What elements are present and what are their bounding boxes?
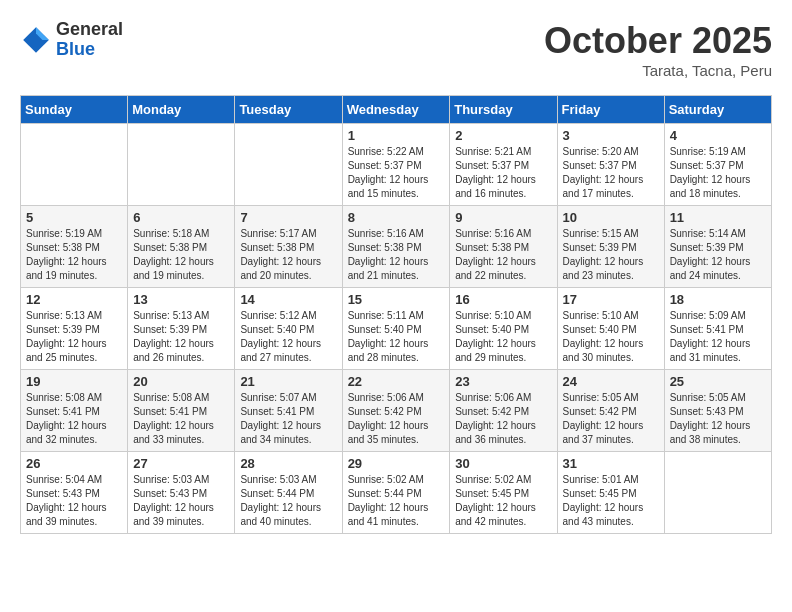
calendar-cell: 27Sunrise: 5:03 AM Sunset: 5:43 PM Dayli… — [128, 452, 235, 534]
day-info: Sunrise: 5:19 AM Sunset: 5:38 PM Dayligh… — [26, 227, 122, 283]
calendar-cell: 24Sunrise: 5:05 AM Sunset: 5:42 PM Dayli… — [557, 370, 664, 452]
calendar-cell: 22Sunrise: 5:06 AM Sunset: 5:42 PM Dayli… — [342, 370, 450, 452]
calendar-cell — [235, 124, 342, 206]
logo-blue-text: Blue — [56, 40, 123, 60]
calendar-cell — [21, 124, 128, 206]
calendar-cell: 18Sunrise: 5:09 AM Sunset: 5:41 PM Dayli… — [664, 288, 771, 370]
calendar-day-header: Monday — [128, 96, 235, 124]
day-number: 19 — [26, 374, 122, 389]
day-number: 18 — [670, 292, 766, 307]
calendar-cell: 28Sunrise: 5:03 AM Sunset: 5:44 PM Dayli… — [235, 452, 342, 534]
calendar-cell: 8Sunrise: 5:16 AM Sunset: 5:38 PM Daylig… — [342, 206, 450, 288]
day-number: 27 — [133, 456, 229, 471]
calendar-cell: 7Sunrise: 5:17 AM Sunset: 5:38 PM Daylig… — [235, 206, 342, 288]
calendar-table: SundayMondayTuesdayWednesdayThursdayFrid… — [20, 95, 772, 534]
calendar-cell: 10Sunrise: 5:15 AM Sunset: 5:39 PM Dayli… — [557, 206, 664, 288]
calendar-cell: 30Sunrise: 5:02 AM Sunset: 5:45 PM Dayli… — [450, 452, 557, 534]
calendar-cell: 29Sunrise: 5:02 AM Sunset: 5:44 PM Dayli… — [342, 452, 450, 534]
day-number: 29 — [348, 456, 445, 471]
calendar-cell: 13Sunrise: 5:13 AM Sunset: 5:39 PM Dayli… — [128, 288, 235, 370]
day-number: 26 — [26, 456, 122, 471]
day-number: 16 — [455, 292, 551, 307]
day-number: 12 — [26, 292, 122, 307]
day-number: 4 — [670, 128, 766, 143]
logo-general-text: General — [56, 20, 123, 40]
day-number: 9 — [455, 210, 551, 225]
calendar-header-row: SundayMondayTuesdayWednesdayThursdayFrid… — [21, 96, 772, 124]
calendar-cell: 9Sunrise: 5:16 AM Sunset: 5:38 PM Daylig… — [450, 206, 557, 288]
logo: General Blue — [20, 20, 123, 60]
day-info: Sunrise: 5:07 AM Sunset: 5:41 PM Dayligh… — [240, 391, 336, 447]
day-info: Sunrise: 5:02 AM Sunset: 5:44 PM Dayligh… — [348, 473, 445, 529]
month-title: October 2025 — [544, 20, 772, 62]
day-info: Sunrise: 5:15 AM Sunset: 5:39 PM Dayligh… — [563, 227, 659, 283]
calendar-cell: 2Sunrise: 5:21 AM Sunset: 5:37 PM Daylig… — [450, 124, 557, 206]
day-info: Sunrise: 5:06 AM Sunset: 5:42 PM Dayligh… — [455, 391, 551, 447]
calendar-cell: 15Sunrise: 5:11 AM Sunset: 5:40 PM Dayli… — [342, 288, 450, 370]
day-info: Sunrise: 5:14 AM Sunset: 5:39 PM Dayligh… — [670, 227, 766, 283]
day-number: 10 — [563, 210, 659, 225]
day-number: 30 — [455, 456, 551, 471]
calendar-cell: 31Sunrise: 5:01 AM Sunset: 5:45 PM Dayli… — [557, 452, 664, 534]
calendar-day-header: Wednesday — [342, 96, 450, 124]
page-header: General Blue October 2025 Tarata, Tacna,… — [20, 20, 772, 79]
calendar-cell: 12Sunrise: 5:13 AM Sunset: 5:39 PM Dayli… — [21, 288, 128, 370]
calendar-cell: 11Sunrise: 5:14 AM Sunset: 5:39 PM Dayli… — [664, 206, 771, 288]
day-info: Sunrise: 5:04 AM Sunset: 5:43 PM Dayligh… — [26, 473, 122, 529]
calendar-cell: 1Sunrise: 5:22 AM Sunset: 5:37 PM Daylig… — [342, 124, 450, 206]
day-info: Sunrise: 5:05 AM Sunset: 5:42 PM Dayligh… — [563, 391, 659, 447]
calendar-day-header: Friday — [557, 96, 664, 124]
calendar-cell — [128, 124, 235, 206]
day-info: Sunrise: 5:10 AM Sunset: 5:40 PM Dayligh… — [455, 309, 551, 365]
calendar-cell: 21Sunrise: 5:07 AM Sunset: 5:41 PM Dayli… — [235, 370, 342, 452]
day-info: Sunrise: 5:13 AM Sunset: 5:39 PM Dayligh… — [26, 309, 122, 365]
calendar-week-row: 26Sunrise: 5:04 AM Sunset: 5:43 PM Dayli… — [21, 452, 772, 534]
day-number: 11 — [670, 210, 766, 225]
day-number: 17 — [563, 292, 659, 307]
location-subtitle: Tarata, Tacna, Peru — [544, 62, 772, 79]
day-info: Sunrise: 5:03 AM Sunset: 5:43 PM Dayligh… — [133, 473, 229, 529]
day-info: Sunrise: 5:06 AM Sunset: 5:42 PM Dayligh… — [348, 391, 445, 447]
title-block: October 2025 Tarata, Tacna, Peru — [544, 20, 772, 79]
calendar-cell: 14Sunrise: 5:12 AM Sunset: 5:40 PM Dayli… — [235, 288, 342, 370]
day-number: 8 — [348, 210, 445, 225]
day-number: 15 — [348, 292, 445, 307]
calendar-week-row: 19Sunrise: 5:08 AM Sunset: 5:41 PM Dayli… — [21, 370, 772, 452]
day-number: 31 — [563, 456, 659, 471]
day-number: 3 — [563, 128, 659, 143]
day-info: Sunrise: 5:08 AM Sunset: 5:41 PM Dayligh… — [26, 391, 122, 447]
day-info: Sunrise: 5:16 AM Sunset: 5:38 PM Dayligh… — [348, 227, 445, 283]
day-number: 23 — [455, 374, 551, 389]
day-info: Sunrise: 5:10 AM Sunset: 5:40 PM Dayligh… — [563, 309, 659, 365]
day-info: Sunrise: 5:20 AM Sunset: 5:37 PM Dayligh… — [563, 145, 659, 201]
day-number: 7 — [240, 210, 336, 225]
day-number: 6 — [133, 210, 229, 225]
calendar-cell: 26Sunrise: 5:04 AM Sunset: 5:43 PM Dayli… — [21, 452, 128, 534]
day-number: 21 — [240, 374, 336, 389]
day-info: Sunrise: 5:13 AM Sunset: 5:39 PM Dayligh… — [133, 309, 229, 365]
day-info: Sunrise: 5:18 AM Sunset: 5:38 PM Dayligh… — [133, 227, 229, 283]
day-info: Sunrise: 5:03 AM Sunset: 5:44 PM Dayligh… — [240, 473, 336, 529]
day-info: Sunrise: 5:05 AM Sunset: 5:43 PM Dayligh… — [670, 391, 766, 447]
day-info: Sunrise: 5:19 AM Sunset: 5:37 PM Dayligh… — [670, 145, 766, 201]
day-info: Sunrise: 5:02 AM Sunset: 5:45 PM Dayligh… — [455, 473, 551, 529]
day-number: 1 — [348, 128, 445, 143]
calendar-cell: 23Sunrise: 5:06 AM Sunset: 5:42 PM Dayli… — [450, 370, 557, 452]
calendar-week-row: 1Sunrise: 5:22 AM Sunset: 5:37 PM Daylig… — [21, 124, 772, 206]
calendar-week-row: 12Sunrise: 5:13 AM Sunset: 5:39 PM Dayli… — [21, 288, 772, 370]
calendar-cell: 4Sunrise: 5:19 AM Sunset: 5:37 PM Daylig… — [664, 124, 771, 206]
calendar-cell: 20Sunrise: 5:08 AM Sunset: 5:41 PM Dayli… — [128, 370, 235, 452]
calendar-cell: 19Sunrise: 5:08 AM Sunset: 5:41 PM Dayli… — [21, 370, 128, 452]
day-info: Sunrise: 5:22 AM Sunset: 5:37 PM Dayligh… — [348, 145, 445, 201]
calendar-week-row: 5Sunrise: 5:19 AM Sunset: 5:38 PM Daylig… — [21, 206, 772, 288]
calendar-cell: 25Sunrise: 5:05 AM Sunset: 5:43 PM Dayli… — [664, 370, 771, 452]
day-info: Sunrise: 5:17 AM Sunset: 5:38 PM Dayligh… — [240, 227, 336, 283]
calendar-cell: 17Sunrise: 5:10 AM Sunset: 5:40 PM Dayli… — [557, 288, 664, 370]
day-info: Sunrise: 5:01 AM Sunset: 5:45 PM Dayligh… — [563, 473, 659, 529]
calendar-cell: 3Sunrise: 5:20 AM Sunset: 5:37 PM Daylig… — [557, 124, 664, 206]
day-number: 28 — [240, 456, 336, 471]
calendar-cell: 6Sunrise: 5:18 AM Sunset: 5:38 PM Daylig… — [128, 206, 235, 288]
logo-icon — [20, 24, 52, 56]
calendar-day-header: Saturday — [664, 96, 771, 124]
day-info: Sunrise: 5:09 AM Sunset: 5:41 PM Dayligh… — [670, 309, 766, 365]
